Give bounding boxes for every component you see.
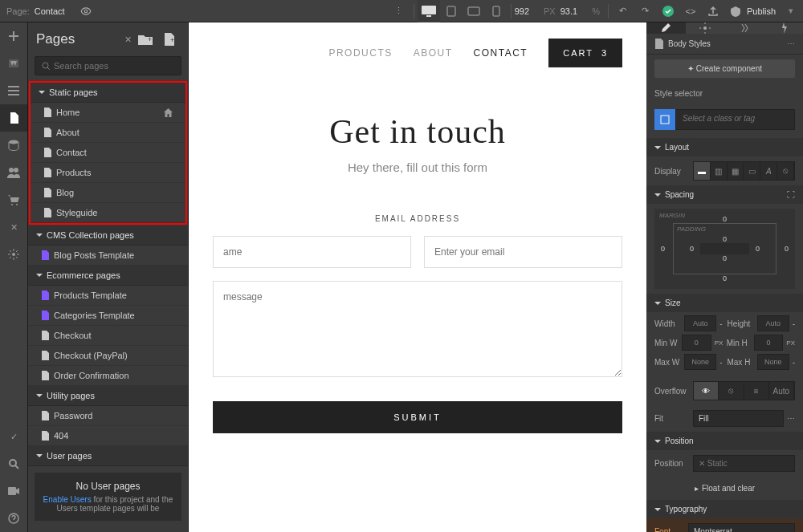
style-panel: Body Styles ⋯ ✦ Create component Style s… — [646, 22, 803, 532]
float-clear-button[interactable]: ▸ Float and clear — [685, 480, 764, 497]
help-icon[interactable] — [0, 505, 27, 532]
page-name[interactable]: Contact — [35, 6, 65, 16]
page-item-products[interactable]: Products — [31, 163, 185, 183]
cms-icon[interactable] — [0, 132, 27, 159]
minw-input[interactable]: 0 — [682, 335, 711, 351]
brush-icon[interactable] — [646, 22, 686, 34]
hero-subtitle: Hey there, fill out this form — [213, 160, 622, 174]
svg-point-23 — [43, 63, 48, 68]
selector-label: Style selector — [646, 83, 803, 104]
selector-field[interactable]: Select a class or tag — [675, 109, 795, 130]
page-item-contact[interactable]: Contact — [31, 143, 185, 163]
preview-icon[interactable] — [75, 0, 97, 22]
page-item-products-template[interactable]: Products Template — [28, 286, 188, 306]
tablet-icon[interactable] — [440, 0, 463, 22]
site-nav: PRODUCTS ABOUT CONTACT CART 3 — [213, 39, 622, 67]
ecommerce-icon[interactable] — [0, 186, 27, 213]
email-field[interactable] — [424, 236, 622, 268]
spacing-editor[interactable]: MARGIN 0 0 PADDING 0 00 0 0 0 — [654, 209, 795, 289]
page-item-categories-template[interactable]: Categories Template — [28, 306, 188, 326]
desktop-icon[interactable] — [418, 0, 440, 22]
status-icon[interactable] — [657, 0, 679, 22]
create-component-button[interactable]: ✦ Create component — [654, 59, 795, 78]
new-page-icon[interactable]: + — [159, 29, 180, 50]
section-position[interactable]: Position — [646, 432, 803, 450]
mobile-icon[interactable] — [485, 0, 507, 22]
interactions-icon[interactable] — [725, 22, 764, 34]
folder-user[interactable]: User pages — [28, 446, 188, 466]
section-spacing[interactable]: Spacing⛶ — [646, 185, 803, 204]
svg-text:+: + — [170, 36, 174, 44]
maxw-input[interactable]: None — [684, 354, 716, 370]
page-item-blog[interactable]: Blog — [31, 183, 185, 203]
page-item-blogposts[interactable]: Blog Posts Template — [28, 246, 188, 266]
message-field[interactable] — [213, 281, 622, 377]
page-item-password[interactable]: Password — [28, 406, 188, 426]
search-input[interactable] — [35, 56, 181, 75]
folder-ecom[interactable]: Ecommerce pages — [28, 266, 188, 286]
more-icon[interactable]: ⋯ — [787, 39, 795, 48]
svg-rect-25 — [661, 116, 669, 124]
folder-static[interactable]: Static pages — [31, 83, 185, 103]
code-icon[interactable]: <> — [679, 0, 702, 22]
fit-select[interactable]: Fill — [693, 410, 784, 427]
nav-contact[interactable]: CONTACT — [474, 47, 528, 59]
height-input[interactable]: Auto — [757, 315, 789, 331]
fit-more-icon[interactable]: ⋯ — [787, 414, 795, 423]
overflow-toggle[interactable]: 👁 ⦸ ≡ Auto — [693, 381, 795, 400]
navigator-icon[interactable] — [0, 77, 27, 104]
pages-icon[interactable] — [0, 104, 27, 132]
nav-about[interactable]: ABOUT — [414, 47, 453, 59]
cart-button[interactable]: CART 3 — [548, 39, 622, 67]
svg-point-18 — [10, 460, 16, 466]
redo-icon[interactable]: ↷ — [634, 0, 657, 22]
submit-button[interactable]: SUBMIT — [213, 401, 622, 433]
font-select[interactable]: Montserrat — [688, 523, 795, 532]
page-item-styleguide[interactable]: Styleguide — [31, 203, 185, 223]
section-layout[interactable]: Layout — [646, 138, 803, 156]
name-field[interactable] — [213, 236, 411, 268]
new-folder-icon[interactable]: + — [135, 29, 156, 50]
video-icon[interactable] — [0, 477, 27, 505]
undo-icon[interactable]: ↶ — [612, 0, 634, 22]
users-icon[interactable] — [0, 159, 27, 186]
page-label: Page: — [6, 6, 30, 16]
svg-point-13 — [9, 168, 14, 173]
section-typography[interactable]: Typography — [646, 500, 803, 518]
canvas-width[interactable]: 992 — [515, 6, 529, 16]
section-size[interactable]: Size — [646, 294, 803, 312]
display-toggle[interactable]: ▬ ▥ ▦ ▭ A ⦸ — [693, 161, 795, 181]
minh-input[interactable]: 0 — [754, 335, 784, 351]
page-item-home[interactable]: Home — [31, 103, 185, 123]
effects-icon[interactable] — [764, 22, 803, 34]
assets-icon[interactable]: ✕ — [0, 213, 27, 241]
publish-button[interactable]: Publish — [747, 6, 776, 16]
export-icon[interactable] — [702, 0, 724, 22]
width-input[interactable]: Auto — [684, 315, 716, 331]
more-icon[interactable]: ⋮ — [388, 0, 410, 22]
page-item-checkout-paypal[interactable]: Checkout (PayPal) — [28, 346, 188, 366]
settings-icon[interactable] — [0, 241, 27, 268]
close-icon[interactable]: ✕ — [124, 35, 132, 45]
page-item-order-confirmation[interactable]: Order Confirmation — [28, 366, 188, 386]
position-select[interactable]: ✕ Static — [693, 455, 795, 472]
search-tool-icon[interactable] — [0, 450, 27, 477]
enable-users-link[interactable]: Enable Users — [43, 495, 92, 504]
maxh-input[interactable]: None — [757, 354, 789, 370]
page-item-404[interactable]: 404 — [28, 426, 188, 446]
gear-icon[interactable] — [686, 22, 725, 34]
page-item-checkout[interactable]: Checkout — [28, 326, 188, 346]
check-icon[interactable]: ✓ — [0, 423, 27, 450]
nav-products[interactable]: PRODUCTS — [328, 47, 392, 59]
webflow-icon[interactable] — [0, 50, 27, 77]
folder-utility[interactable]: Utility pages — [28, 386, 188, 406]
folder-cms[interactable]: CMS Collection pages — [28, 225, 188, 246]
zoom-level[interactable]: 93.1 — [560, 6, 577, 16]
selector-icon[interactable] — [654, 109, 675, 130]
audit-icon[interactable] — [724, 0, 747, 22]
svg-point-16 — [16, 204, 18, 205]
add-icon[interactable] — [0, 22, 27, 50]
tablet-landscape-icon[interactable] — [463, 0, 485, 22]
page-item-about[interactable]: About — [31, 123, 185, 143]
spacing-expand-icon[interactable]: ⛶ — [787, 190, 795, 199]
